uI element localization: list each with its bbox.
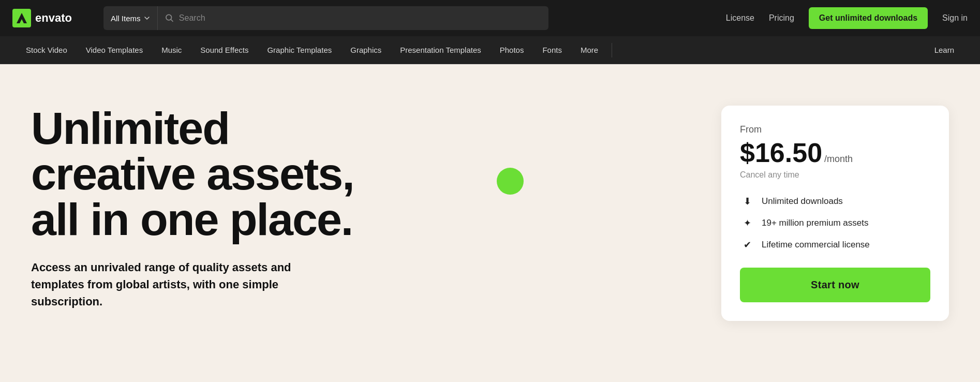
- nav-license-link[interactable]: License: [726, 13, 754, 23]
- nav-sound-effects[interactable]: Sound Effects: [191, 36, 258, 64]
- hero-title-line3: all in one place.: [31, 194, 352, 245]
- chevron-down-icon: [144, 15, 150, 21]
- price-period: /month: [824, 154, 853, 165]
- nav-music[interactable]: Music: [152, 36, 191, 64]
- start-now-button[interactable]: Start now: [740, 268, 930, 302]
- hero-title-line1: Unlimited: [31, 102, 229, 154]
- search-bar: All Items: [103, 6, 548, 30]
- feature-commercial-license: ✔ Lifetime commercial license: [740, 238, 930, 252]
- envato-logo-icon: [12, 9, 31, 27]
- nav-fonts[interactable]: Fonts: [533, 36, 571, 64]
- search-category-label: All Items: [111, 14, 141, 23]
- feature-unlimited-downloads: ⬇ Unlimited downloads: [740, 194, 930, 209]
- hero-left-content: Unlimited creative assets, all in one pl…: [31, 95, 445, 310]
- nav-graphics[interactable]: Graphics: [341, 36, 391, 64]
- nav-stock-video[interactable]: Stock Video: [17, 36, 77, 64]
- decorative-green-dot: [497, 168, 524, 195]
- nav-links: License Pricing Get unlimited downloads …: [726, 7, 968, 29]
- nav-presentation-templates[interactable]: Presentation Templates: [391, 36, 490, 64]
- hero-title: Unlimited creative assets, all in one pl…: [31, 106, 445, 242]
- nav-graphic-templates[interactable]: Graphic Templates: [258, 36, 341, 64]
- price-row: $16.50 /month: [740, 137, 930, 168]
- secondary-navigation: Stock Video Video Templates Music Sound …: [0, 36, 980, 64]
- pricing-card: From $16.50 /month Cancel any time ⬇ Unl…: [721, 106, 949, 321]
- nav-pricing-link[interactable]: Pricing: [769, 13, 794, 23]
- feature-premium-assets-text: 19+ million premium assets: [762, 218, 868, 228]
- feature-list: ⬇ Unlimited downloads ✦ 19+ million prem…: [740, 194, 930, 252]
- from-label: From: [740, 124, 930, 135]
- nav-more[interactable]: More: [571, 36, 607, 64]
- logo-text: envato: [35, 11, 72, 25]
- nav-learn[interactable]: Learn: [925, 36, 963, 64]
- top-navigation: envato All Items License Pricing Get unl…: [0, 0, 980, 36]
- star-badge-icon: ✦: [740, 216, 754, 230]
- search-input[interactable]: [179, 13, 541, 23]
- nav-photos[interactable]: Photos: [491, 36, 533, 64]
- feature-premium-assets: ✦ 19+ million premium assets: [740, 216, 930, 230]
- feature-unlimited-downloads-text: Unlimited downloads: [762, 196, 843, 207]
- get-unlimited-downloads-button[interactable]: Get unlimited downloads: [809, 7, 928, 29]
- download-icon: ⬇: [740, 194, 754, 209]
- check-badge-icon: ✔: [740, 238, 754, 252]
- hero-section: Unlimited creative assets, all in one pl…: [0, 64, 980, 382]
- sign-in-link[interactable]: Sign in: [942, 13, 968, 23]
- feature-commercial-license-text: Lifetime commercial license: [762, 240, 870, 250]
- price-amount: $16.50: [740, 137, 822, 168]
- hero-title-line2: creative assets,: [31, 148, 354, 199]
- search-category-dropdown[interactable]: All Items: [103, 6, 158, 30]
- logo[interactable]: envato: [12, 9, 95, 27]
- cancel-text: Cancel any time: [740, 170, 930, 180]
- nav-video-templates[interactable]: Video Templates: [77, 36, 152, 64]
- search-icon: [165, 13, 174, 23]
- search-input-wrap: [158, 13, 548, 23]
- hero-subtitle: Access an unrivaled range of quality ass…: [31, 259, 331, 310]
- nav-divider: [612, 43, 612, 57]
